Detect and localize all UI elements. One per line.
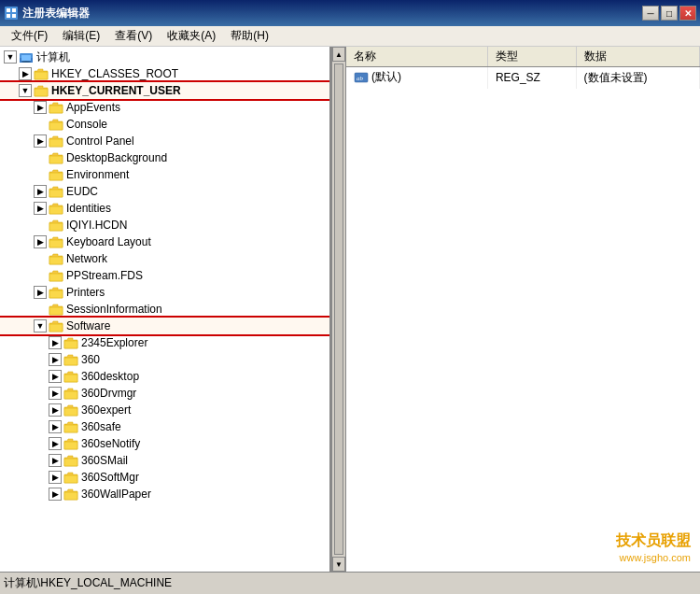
expand-software[interactable]: ▼: [34, 319, 47, 332]
folder-360drvmgr-icon: [63, 387, 78, 400]
tree-item-software[interactable]: ▼ Software: [0, 318, 329, 334]
identities-label: Identities: [66, 202, 111, 215]
expand-360wallpaper[interactable]: ▶: [49, 488, 62, 501]
folder-360-icon: [63, 353, 78, 366]
appevents-label: AppEvents: [66, 101, 120, 114]
svg-rect-3: [7, 14, 10, 18]
expand-360drvmgr[interactable]: ▶: [49, 387, 62, 400]
tree-item-computer[interactable]: ▼ 计算机: [0, 49, 329, 65]
expand-controlpanel[interactable]: ▶: [34, 134, 47, 148]
tree-item-environment[interactable]: Environment: [0, 166, 329, 183]
svg-rect-2: [12, 8, 16, 12]
main-area: ▼ 计算机 ▶: [0, 47, 700, 572]
expand-hkcu[interactable]: ▼: [19, 84, 32, 97]
close-button[interactable]: ✕: [679, 6, 696, 21]
menu-favorites[interactable]: 收藏夹(A): [160, 26, 223, 46]
tree-item-appevents[interactable]: ▶ AppEvents: [0, 99, 329, 116]
tree-item-360safe[interactable]: ▶ 360safe: [0, 418, 329, 435]
expand-identities[interactable]: ▶: [34, 202, 47, 215]
expand-360smail[interactable]: ▶: [49, 454, 62, 467]
no-expand-desktopbg: [34, 151, 47, 164]
svg-text:ab: ab: [357, 75, 364, 82]
tree-item-identities[interactable]: ▶ Identities: [0, 200, 329, 217]
title-bar: 注册表编辑器 ─ □ ✕: [0, 0, 700, 26]
folder-360wallpaper-icon: [63, 488, 78, 501]
tree-item-ppstream[interactable]: PPStream.FDS: [0, 267, 329, 284]
expand-eudc[interactable]: ▶: [34, 185, 47, 198]
expand-360safe[interactable]: ▶: [49, 420, 62, 433]
col-type[interactable]: 类型: [487, 47, 576, 67]
360wallpaper-label: 360WallPaper: [81, 488, 151, 501]
tree-item-eudc[interactable]: ▶ EUDC: [0, 183, 329, 200]
window-title: 注册表编辑器: [22, 6, 642, 21]
table-row[interactable]: ab (默认) REG_SZ (数值未设置): [346, 67, 700, 89]
scroll-down-btn[interactable]: ▼: [332, 557, 345, 572]
ppstream-label: PPStream.FDS: [66, 269, 143, 282]
360safe-label: 360safe: [81, 420, 121, 433]
tree-item-360senotify[interactable]: ▶ 360seNotify: [0, 435, 329, 452]
menu-edit[interactable]: 编辑(E): [55, 26, 107, 46]
right-pane: 名称 类型 数据 ab (默认): [346, 47, 700, 572]
tree-item-printers[interactable]: ▶ Printers: [0, 284, 329, 301]
expand-keyboardlayout[interactable]: ▶: [34, 235, 47, 248]
tree-item-sessioninfo[interactable]: SessionInformation: [0, 301, 329, 318]
tree-item-iqiyi[interactable]: IQIYI.HCDN: [0, 217, 329, 233]
expand-hkcr[interactable]: ▶: [19, 67, 32, 80]
tree-item-hkcu[interactable]: ▼ HKEY_CURRENT_USER: [0, 82, 329, 99]
expand-360expert[interactable]: ▶: [49, 403, 62, 417]
network-label: Network: [66, 252, 107, 265]
360senotify-label: 360seNotify: [81, 437, 140, 450]
menu-bar: 文件(F) 编辑(E) 查看(V) 收藏夹(A) 帮助(H): [0, 26, 700, 47]
no-expand-session: [34, 303, 47, 316]
tree-item-360[interactable]: ▶ 360: [0, 351, 329, 368]
folder-360safe-icon: [63, 420, 78, 433]
row-type: REG_SZ: [487, 67, 576, 89]
expand-360softmgr[interactable]: ▶: [49, 471, 62, 484]
tree-item-360softmgr[interactable]: ▶ 360SoftMgr: [0, 469, 329, 486]
tree-pane[interactable]: ▼ 计算机 ▶: [0, 47, 331, 572]
expand-printers[interactable]: ▶: [34, 286, 47, 299]
tree-item-360wallpaper[interactable]: ▶ 360WallPaper: [0, 486, 329, 502]
console-label: Console: [66, 118, 107, 131]
hkcu-label: HKEY_CURRENT_USER: [51, 84, 181, 97]
col-name[interactable]: 名称: [346, 47, 487, 67]
app-icon: [4, 6, 19, 21]
menu-help[interactable]: 帮助(H): [223, 26, 276, 46]
tree-item-keyboardlayout[interactable]: ▶ Keyboard Layout: [0, 233, 329, 250]
expand-360desktop[interactable]: ▶: [49, 370, 62, 383]
folder-360softmgr-icon: [63, 471, 78, 484]
col-data[interactable]: 数据: [576, 47, 699, 67]
360drvmgr-label: 360Drvmgr: [81, 387, 136, 400]
folder-hkcr-icon: [34, 67, 49, 80]
tree-item-360desktop[interactable]: ▶ 360desktop: [0, 368, 329, 385]
expand-appevents[interactable]: ▶: [34, 101, 47, 114]
scroll-up-btn[interactable]: ▲: [332, 47, 345, 62]
menu-view[interactable]: 查看(V): [107, 26, 160, 46]
desktopbg-label: DesktopBackground: [66, 151, 167, 164]
maximize-button[interactable]: □: [661, 6, 678, 21]
tree-item-360smail[interactable]: ▶ 360SMail: [0, 452, 329, 469]
tree-item-desktopbg[interactable]: DesktopBackground: [0, 149, 329, 166]
scroll-thumb[interactable]: [334, 64, 343, 555]
tree-scrollbar[interactable]: ▲ ▼: [331, 47, 346, 572]
tree-item-360expert[interactable]: ▶ 360expert: [0, 402, 329, 418]
svg-rect-7: [21, 55, 31, 61]
folder-ppstream-icon: [49, 269, 63, 282]
expand-computer[interactable]: ▼: [4, 50, 17, 64]
menu-file[interactable]: 文件(F): [4, 26, 55, 46]
tree-item-network[interactable]: Network: [0, 250, 329, 267]
tree-item-console[interactable]: Console: [0, 116, 329, 133]
tree-container: ▼ 计算机 ▶: [0, 47, 329, 504]
hkcr-label: HKEY_CLASSES_ROOT: [51, 67, 178, 80]
tree-item-2345explorer[interactable]: ▶ 2345Explorer: [0, 334, 329, 351]
tree-item-hkcr[interactable]: ▶ HKEY_CLASSES_ROOT: [0, 65, 329, 82]
expand-360[interactable]: ▶: [49, 353, 62, 366]
expand-2345[interactable]: ▶: [49, 336, 62, 349]
tree-item-controlpanel[interactable]: ▶ Control Panel: [0, 133, 329, 149]
minimize-button[interactable]: ─: [642, 6, 659, 21]
tree-item-360drvmgr[interactable]: ▶ 360Drvmgr: [0, 385, 329, 402]
svg-point-8: [21, 61, 31, 63]
expand-360senotify[interactable]: ▶: [49, 437, 62, 450]
status-text: 计算机\HKEY_LOCAL_MACHINE: [4, 575, 172, 591]
no-expand-network: [34, 252, 47, 265]
